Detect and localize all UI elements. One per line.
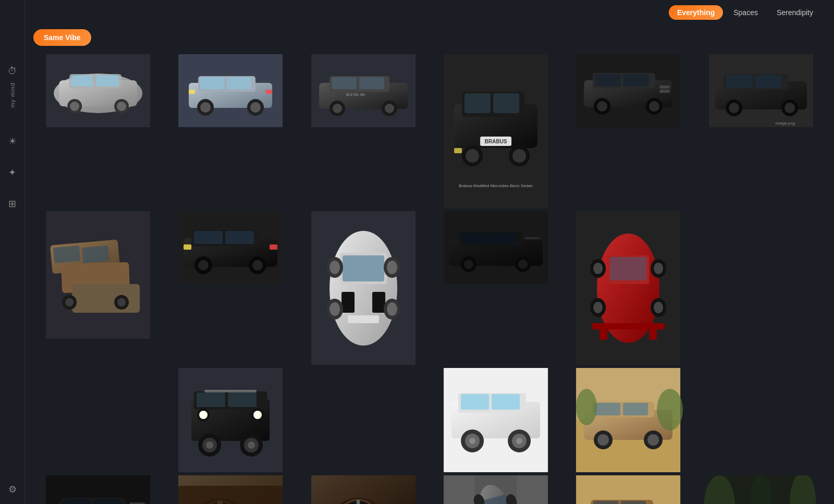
svg-point-61 <box>729 103 739 113</box>
svg-point-109 <box>518 260 528 269</box>
nav-everything[interactable]: Everything <box>669 5 723 20</box>
svg-point-81 <box>198 260 208 271</box>
svg-point-163 <box>657 389 683 431</box>
list-item[interactable] <box>563 368 693 472</box>
svg-rect-168 <box>62 499 90 504</box>
svg-rect-34 <box>464 93 490 113</box>
svg-point-164 <box>576 389 597 425</box>
sidebar-label: my mind <box>9 82 16 108</box>
svg-rect-114 <box>610 257 646 280</box>
sidebar: ⏱ my mind ☀ ✦ ⊞ ⚙ <box>0 0 25 504</box>
svg-rect-79 <box>225 231 254 244</box>
svg-point-50 <box>597 101 607 112</box>
list-item[interactable]: image.png <box>696 54 826 127</box>
list-item[interactable] <box>299 211 428 365</box>
svg-text:Brabus-Modified Mercedes-Benz : Brabus-Modified Mercedes-Benz Sedan <box>459 183 533 188</box>
svg-rect-92 <box>348 315 379 323</box>
list-item[interactable]: EU·OL·40 <box>299 54 428 127</box>
svg-text:image.png: image.png <box>775 121 794 126</box>
same-vibe-button[interactable]: Same Vibe <box>33 29 91 46</box>
svg-point-121 <box>654 263 663 274</box>
svg-point-162 <box>647 434 659 446</box>
svg-rect-158 <box>623 403 648 415</box>
list-item[interactable] <box>33 54 163 127</box>
settings-icon[interactable]: ⚙ <box>4 481 21 498</box>
svg-rect-84 <box>183 244 191 250</box>
main-content: Everything Spaces Serendipity Same Vibe <box>25 0 834 504</box>
sun-icon[interactable]: ☀ <box>4 133 21 150</box>
toolbar: Same Vibe <box>25 25 834 50</box>
svg-rect-184 <box>178 486 283 504</box>
sparkle-icon[interactable]: ✦ <box>4 164 21 181</box>
list-item[interactable]: image.png <box>431 475 560 504</box>
clock-icon[interactable]: ⏱ <box>4 63 21 79</box>
nav-serendipity[interactable]: Serendipity <box>768 5 821 20</box>
svg-rect-110 <box>524 237 540 239</box>
svg-rect-90 <box>341 292 354 313</box>
svg-rect-85 <box>269 244 277 250</box>
svg-text:BRABUS: BRABUS <box>485 139 507 144</box>
svg-rect-24 <box>332 77 357 89</box>
list-item[interactable] <box>166 475 295 504</box>
svg-point-18 <box>250 102 261 113</box>
list-item[interactable] <box>431 211 560 284</box>
svg-rect-58 <box>726 75 753 88</box>
svg-rect-19 <box>189 90 195 94</box>
list-item[interactable] <box>33 211 163 339</box>
svg-point-123 <box>593 302 603 313</box>
list-item[interactable] <box>166 54 295 127</box>
svg-rect-48 <box>623 74 649 87</box>
svg-point-74 <box>117 298 126 306</box>
svg-point-100 <box>387 302 397 316</box>
svg-point-87 <box>329 231 397 346</box>
gallery[interactable]: EU·OL·40 BRABUS <box>25 50 834 504</box>
svg-point-16 <box>200 102 211 113</box>
list-item[interactable] <box>563 54 693 127</box>
svg-rect-129 <box>197 392 225 407</box>
svg-rect-145 <box>461 394 489 410</box>
svg-rect-59 <box>755 75 782 88</box>
svg-point-160 <box>597 434 609 446</box>
svg-rect-68 <box>72 284 140 313</box>
svg-point-41 <box>512 149 526 163</box>
list-item[interactable] <box>563 475 693 504</box>
gallery-row-3 <box>33 368 826 472</box>
svg-point-98 <box>329 302 340 316</box>
list-item[interactable] <box>563 211 693 365</box>
svg-rect-35 <box>493 93 519 113</box>
list-item[interactable] <box>166 211 295 284</box>
svg-rect-189 <box>357 500 360 504</box>
list-item[interactable] <box>33 475 163 504</box>
list-item[interactable]: BRABUS Brabus-Modified Mercedes-Benz Sed… <box>431 54 560 208</box>
svg-rect-13 <box>200 77 224 89</box>
svg-point-107 <box>464 260 473 269</box>
header: Everything Spaces Serendipity <box>25 0 834 25</box>
svg-point-119 <box>593 263 603 274</box>
svg-rect-20 <box>266 90 272 94</box>
svg-rect-25 <box>359 77 384 89</box>
svg-rect-89 <box>342 255 384 281</box>
svg-rect-4 <box>71 75 93 87</box>
svg-rect-208 <box>593 501 618 504</box>
grid-icon[interactable]: ⊞ <box>4 195 21 212</box>
svg-rect-157 <box>594 403 620 415</box>
list-item[interactable] <box>299 475 428 504</box>
list-item[interactable] <box>696 475 826 504</box>
list-item[interactable] <box>431 368 560 472</box>
list-item[interactable] <box>166 368 295 472</box>
svg-rect-47 <box>595 74 621 87</box>
svg-point-132 <box>199 411 207 419</box>
svg-point-27 <box>333 104 342 113</box>
svg-rect-116 <box>599 329 607 340</box>
svg-text:EU·OL·40: EU·OL·40 <box>346 92 365 97</box>
svg-point-83 <box>252 260 263 271</box>
nav-spaces[interactable]: Spaces <box>725 5 766 20</box>
svg-point-29 <box>385 104 394 113</box>
svg-rect-42 <box>454 148 462 153</box>
gallery-row-4: image.png <box>33 475 826 504</box>
svg-rect-204 <box>576 475 680 504</box>
svg-rect-105 <box>489 233 516 244</box>
svg-rect-115 <box>592 323 665 329</box>
svg-rect-70 <box>82 245 109 263</box>
svg-point-125 <box>654 302 663 313</box>
